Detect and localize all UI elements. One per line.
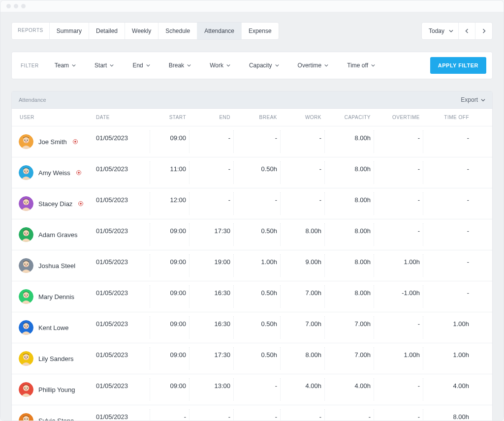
- user-name: Kent Lowe: [38, 324, 68, 331]
- tab-expense[interactable]: Expense: [242, 23, 279, 39]
- date-range-select[interactable]: Today: [422, 23, 459, 39]
- cell-user: Stacey Diaz: [12, 188, 93, 219]
- cell-timeoff: 1.00h: [423, 312, 472, 343]
- cell-start: 09:00: [150, 312, 189, 343]
- table-row[interactable]: Lily Sanders01/05/202309:0017:300.50h8.0…: [12, 343, 492, 374]
- cell-date: 01/05/2023: [93, 250, 150, 281]
- svg-point-22: [25, 295, 26, 296]
- table-row[interactable]: Sylvia Stone01/05/2023------8.00h: [12, 405, 492, 421]
- cell-start: 09:00: [150, 126, 189, 157]
- avatar: [19, 196, 33, 211]
- date-range-value: Today: [429, 28, 444, 34]
- filter-work[interactable]: Work: [204, 58, 236, 73]
- cell-work: -: [280, 126, 324, 157]
- cell-start: 09:00: [150, 250, 189, 281]
- filter-capacity[interactable]: Capacity: [243, 58, 285, 73]
- cell-user: Joe Smith: [12, 126, 93, 157]
- svg-point-10: [25, 202, 26, 203]
- cell-user: Sylvia Stone: [12, 405, 93, 421]
- date-prev-button[interactable]: [459, 23, 475, 39]
- cell-overtime: -1.00h: [374, 281, 423, 312]
- avatar: [19, 165, 33, 180]
- cell-user: Phillip Young: [12, 374, 93, 405]
- cell-work: 8.00h: [280, 343, 324, 374]
- cell-overtime: -: [374, 157, 423, 188]
- table-row[interactable]: Amy Weiss01/05/202311:00-0.50h-8.00h--: [12, 157, 492, 188]
- filter-team[interactable]: Team: [49, 58, 82, 73]
- user-name: Amy Weiss: [38, 169, 70, 177]
- filter-chip-label: End: [132, 62, 143, 69]
- window-titlebar: [0, 0, 504, 12]
- table-row[interactable]: Mary Dennis01/05/202309:0016:300.50h7.00…: [12, 281, 492, 312]
- table-row[interactable]: Stacey Diaz01/05/202312:00---8.00h--: [12, 188, 492, 219]
- cell-break: 0.50h: [233, 219, 280, 250]
- cell-capacity: 8.00h: [324, 157, 374, 188]
- filter-time-off[interactable]: Time off: [341, 58, 381, 73]
- table-body: Joe Smith01/05/202309:00---8.00h--Amy We…: [12, 126, 492, 421]
- tab-schedule[interactable]: Schedule: [158, 23, 197, 39]
- export-label: Export: [461, 96, 478, 103]
- filter-end[interactable]: End: [126, 58, 156, 73]
- cell-date: 01/05/2023: [93, 343, 150, 374]
- date-next-button[interactable]: [475, 23, 492, 39]
- avatar: [19, 351, 33, 366]
- column-start: START: [150, 109, 189, 126]
- user-name: Joe Smith: [38, 138, 67, 146]
- filter-start[interactable]: Start: [89, 58, 120, 73]
- filter-chip-label: Break: [169, 62, 184, 69]
- cell-break: -: [233, 188, 280, 219]
- cell-start: 09:00: [150, 343, 189, 374]
- svg-point-25: [23, 323, 29, 329]
- filter-overtime[interactable]: Overtime: [292, 58, 335, 73]
- reports-label: REPORTS: [12, 23, 50, 39]
- table-row[interactable]: Joshua Steel01/05/202309:0019:001.00h9.0…: [12, 250, 492, 281]
- export-button[interactable]: Export: [461, 96, 485, 103]
- table-row[interactable]: Adam Graves01/05/202309:0017:300.50h8.00…: [12, 219, 492, 250]
- table-row[interactable]: Phillip Young01/05/202309:0013:00-4.00h4…: [12, 374, 492, 405]
- filter-break[interactable]: Break: [163, 58, 197, 73]
- user-name: Joshua Steel: [38, 262, 75, 270]
- svg-point-13: [23, 230, 29, 236]
- cell-start: 11:00: [150, 157, 189, 188]
- caret-down-icon: [146, 63, 150, 67]
- cell-date: 01/05/2023: [93, 374, 150, 405]
- cell-end: -: [189, 188, 233, 219]
- tab-weekly[interactable]: Weekly: [125, 23, 158, 39]
- svg-point-31: [27, 357, 28, 358]
- filter-chip-label: Time off: [347, 62, 368, 69]
- report-tabs: REPORTS SummaryDetailedWeeklyScheduleAtt…: [11, 22, 279, 40]
- cell-work: 7.00h: [280, 312, 324, 343]
- avatar: [19, 320, 33, 335]
- svg-point-30: [25, 357, 26, 358]
- caret-down-icon: [371, 63, 375, 67]
- svg-point-38: [25, 419, 26, 420]
- tab-attendance[interactable]: Attendance: [197, 23, 242, 39]
- cell-timeoff: -: [423, 219, 472, 250]
- user-name: Stacey Diaz: [38, 200, 72, 208]
- cell-end: 13:00: [189, 374, 233, 405]
- cell-capacity: 4.00h: [324, 374, 374, 405]
- tab-detailed[interactable]: Detailed: [89, 23, 125, 39]
- card-header: Attendance Export: [12, 91, 492, 109]
- table-row[interactable]: Joe Smith01/05/202309:00---8.00h--: [12, 126, 492, 157]
- caret-down-icon: [110, 63, 114, 67]
- cell-date: 01/05/2023: [93, 219, 150, 250]
- recording-indicator-icon: [73, 139, 78, 144]
- svg-point-7: [27, 171, 28, 172]
- cell-user: Kent Lowe: [12, 312, 93, 343]
- apply-filter-button[interactable]: APPLY FILTER: [430, 57, 486, 74]
- table-row[interactable]: Kent Lowe01/05/202309:0016:300.50h7.00h7…: [12, 312, 492, 343]
- cell-user: Joshua Steel: [12, 250, 93, 281]
- cell-work: -: [280, 157, 324, 188]
- svg-point-39: [27, 419, 28, 420]
- app-window: REPORTS SummaryDetailedWeeklyScheduleAtt…: [0, 0, 504, 421]
- caret-down-icon: [187, 63, 191, 67]
- cell-user: Adam Graves: [12, 219, 93, 250]
- column-date: DATE: [93, 109, 150, 126]
- svg-point-5: [23, 168, 29, 174]
- card-title: Attendance: [19, 97, 46, 103]
- tab-summary[interactable]: Summary: [50, 23, 89, 39]
- top-row: REPORTS SummaryDetailedWeeklyScheduleAtt…: [11, 22, 493, 40]
- cell-end: 17:30: [189, 343, 233, 374]
- caret-down-icon: [324, 63, 328, 67]
